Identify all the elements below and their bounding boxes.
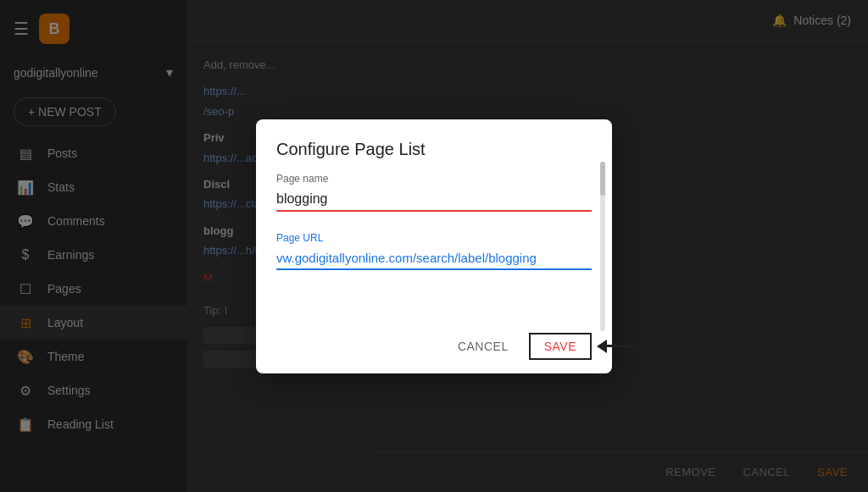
modal-cancel-button[interactable]: CANCEL [444,333,522,360]
page-name-field: Page name [276,173,592,212]
arrow-shaft [607,345,632,347]
page-name-input[interactable] [276,188,592,212]
page-url-label: Page URL [276,232,592,244]
page-url-input[interactable] [276,247,592,270]
modal-save-button[interactable]: SAVE [529,333,592,360]
modal-title: Configure Page List [256,119,612,173]
arrow-pointer [597,340,632,353]
configure-page-list-dialog: Configure Page List Page name Page URL C… [256,119,612,373]
page-name-label: Page name [276,173,592,185]
scroll-thumb [600,162,605,196]
modal-footer: CANCEL SAVE [256,319,612,373]
modal-scrollbar[interactable] [602,170,612,323]
modal-body: Page name Page URL [256,173,612,319]
scroll-track [600,162,605,331]
save-button-container: SAVE [529,333,592,360]
arrow-head-icon [597,340,607,353]
page-url-field: Page URL [276,232,592,270]
